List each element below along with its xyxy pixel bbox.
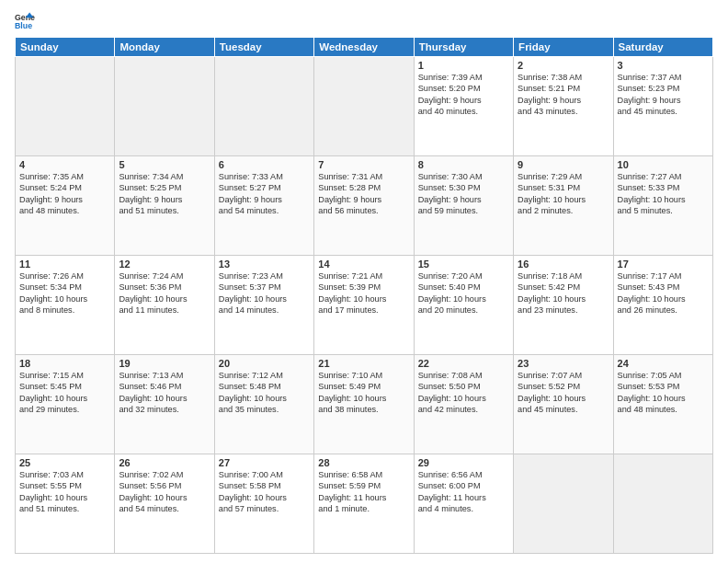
calendar-cell: 1Sunrise: 7:39 AMSunset: 5:20 PMDaylight… [414, 57, 513, 156]
day-info: Sunrise: 7:20 AMSunset: 5:40 PMDaylight:… [418, 270, 509, 316]
calendar-cell: 11Sunrise: 7:26 AMSunset: 5:34 PMDayligh… [16, 256, 115, 355]
day-info: Sunrise: 7:29 AMSunset: 5:31 PMDaylight:… [518, 171, 609, 217]
day-number: 15 [418, 259, 509, 270]
day-number: 23 [518, 358, 609, 369]
day-info: Sunrise: 7:26 AMSunset: 5:34 PMDaylight:… [19, 270, 110, 316]
logo: General Blue [15, 11, 37, 31]
calendar-cell [115, 57, 214, 156]
day-info: Sunrise: 7:10 AMSunset: 5:49 PMDaylight:… [318, 370, 409, 416]
day-number: 8 [418, 159, 509, 170]
day-number: 24 [618, 358, 709, 369]
calendar-cell: 5Sunrise: 7:34 AMSunset: 5:25 PMDaylight… [115, 156, 214, 256]
calendar-cell [16, 57, 115, 156]
svg-text:Blue: Blue [15, 21, 32, 30]
calendar-cell: 4Sunrise: 7:35 AMSunset: 5:24 PMDaylight… [16, 156, 115, 256]
day-info: Sunrise: 7:07 AMSunset: 5:52 PMDaylight:… [518, 370, 609, 416]
day-info: Sunrise: 7:35 AMSunset: 5:24 PMDaylight:… [19, 171, 110, 217]
calendar-cell: 27Sunrise: 7:00 AMSunset: 5:58 PMDayligh… [214, 454, 313, 554]
calendar-cell: 23Sunrise: 7:07 AMSunset: 5:52 PMDayligh… [514, 355, 613, 454]
day-info: Sunrise: 7:27 AMSunset: 5:33 PMDaylight:… [618, 171, 709, 217]
day-info: Sunrise: 7:23 AMSunset: 5:37 PMDaylight:… [219, 270, 310, 316]
weekday-header: Saturday [613, 38, 712, 57]
day-number: 7 [318, 159, 409, 170]
calendar-cell: 3Sunrise: 7:37 AMSunset: 5:23 PMDaylight… [613, 57, 712, 156]
calendar-cell: 2Sunrise: 7:38 AMSunset: 5:21 PMDaylight… [514, 57, 613, 156]
day-number: 14 [318, 259, 409, 270]
day-info: Sunrise: 7:39 AMSunset: 5:20 PMDaylight:… [418, 72, 509, 118]
calendar-cell [613, 454, 712, 554]
day-info: Sunrise: 6:58 AMSunset: 5:59 PMDaylight:… [318, 469, 409, 515]
weekday-header: Thursday [414, 38, 513, 57]
calendar-week-row: 11Sunrise: 7:26 AMSunset: 5:34 PMDayligh… [16, 256, 713, 355]
weekday-header: Tuesday [214, 38, 313, 57]
day-number: 9 [518, 159, 609, 170]
day-number: 12 [119, 259, 210, 270]
day-info: Sunrise: 7:37 AMSunset: 5:23 PMDaylight:… [618, 72, 709, 118]
day-info: Sunrise: 7:24 AMSunset: 5:36 PMDaylight:… [119, 270, 210, 316]
calendar-cell: 6Sunrise: 7:33 AMSunset: 5:27 PMDaylight… [214, 156, 313, 256]
day-number: 17 [618, 259, 709, 270]
day-number: 28 [318, 457, 409, 468]
day-info: Sunrise: 7:33 AMSunset: 5:27 PMDaylight:… [219, 171, 310, 217]
calendar-cell: 25Sunrise: 7:03 AMSunset: 5:55 PMDayligh… [16, 454, 115, 554]
day-info: Sunrise: 7:03 AMSunset: 5:55 PMDaylight:… [19, 469, 110, 515]
weekday-header: Wednesday [314, 38, 414, 57]
day-info: Sunrise: 7:15 AMSunset: 5:45 PMDaylight:… [19, 370, 110, 416]
calendar-cell: 9Sunrise: 7:29 AMSunset: 5:31 PMDaylight… [514, 156, 613, 256]
day-number: 29 [418, 457, 509, 468]
calendar-week-row: 18Sunrise: 7:15 AMSunset: 5:45 PMDayligh… [16, 355, 713, 454]
calendar-cell: 14Sunrise: 7:21 AMSunset: 5:39 PMDayligh… [314, 256, 414, 355]
day-info: Sunrise: 7:38 AMSunset: 5:21 PMDaylight:… [518, 72, 609, 118]
day-info: Sunrise: 7:12 AMSunset: 5:48 PMDaylight:… [219, 370, 310, 416]
page: General Blue SundayMondayTuesdayWednesda… [0, 0, 728, 563]
calendar-cell: 24Sunrise: 7:05 AMSunset: 5:53 PMDayligh… [613, 355, 712, 454]
day-number: 6 [219, 159, 310, 170]
day-number: 20 [219, 358, 310, 369]
day-number: 4 [19, 159, 110, 170]
calendar-cell: 7Sunrise: 7:31 AMSunset: 5:28 PMDaylight… [314, 156, 414, 256]
day-number: 16 [518, 259, 609, 270]
calendar-cell [314, 57, 414, 156]
day-number: 21 [318, 358, 409, 369]
calendar-cell: 18Sunrise: 7:15 AMSunset: 5:45 PMDayligh… [16, 355, 115, 454]
day-number: 13 [219, 259, 310, 270]
calendar-cell: 10Sunrise: 7:27 AMSunset: 5:33 PMDayligh… [613, 156, 712, 256]
day-info: Sunrise: 6:56 AMSunset: 6:00 PMDaylight:… [418, 469, 509, 515]
calendar-cell: 29Sunrise: 6:56 AMSunset: 6:00 PMDayligh… [414, 454, 513, 554]
calendar-cell: 22Sunrise: 7:08 AMSunset: 5:50 PMDayligh… [414, 355, 513, 454]
day-info: Sunrise: 7:08 AMSunset: 5:50 PMDaylight:… [418, 370, 509, 416]
day-number: 18 [19, 358, 110, 369]
day-number: 2 [518, 60, 609, 71]
day-info: Sunrise: 7:18 AMSunset: 5:42 PMDaylight:… [518, 270, 609, 316]
day-info: Sunrise: 7:31 AMSunset: 5:28 PMDaylight:… [318, 171, 409, 217]
calendar-header-row: SundayMondayTuesdayWednesdayThursdayFrid… [16, 38, 713, 57]
day-number: 10 [618, 159, 709, 170]
day-number: 5 [119, 159, 210, 170]
calendar-cell: 16Sunrise: 7:18 AMSunset: 5:42 PMDayligh… [514, 256, 613, 355]
calendar-cell: 19Sunrise: 7:13 AMSunset: 5:46 PMDayligh… [115, 355, 214, 454]
day-number: 1 [418, 60, 509, 71]
day-number: 27 [219, 457, 310, 468]
calendar-cell: 20Sunrise: 7:12 AMSunset: 5:48 PMDayligh… [214, 355, 313, 454]
calendar-week-row: 4Sunrise: 7:35 AMSunset: 5:24 PMDaylight… [16, 156, 713, 256]
calendar-cell: 26Sunrise: 7:02 AMSunset: 5:56 PMDayligh… [115, 454, 214, 554]
calendar-cell: 13Sunrise: 7:23 AMSunset: 5:37 PMDayligh… [214, 256, 313, 355]
calendar-cell: 12Sunrise: 7:24 AMSunset: 5:36 PMDayligh… [115, 256, 214, 355]
calendar-cell: 28Sunrise: 6:58 AMSunset: 5:59 PMDayligh… [314, 454, 414, 554]
calendar-week-row: 1Sunrise: 7:39 AMSunset: 5:20 PMDaylight… [16, 57, 713, 156]
day-number: 22 [418, 358, 509, 369]
calendar-cell: 17Sunrise: 7:17 AMSunset: 5:43 PMDayligh… [613, 256, 712, 355]
calendar-cell: 8Sunrise: 7:30 AMSunset: 5:30 PMDaylight… [414, 156, 513, 256]
logo-icon: General Blue [15, 11, 35, 31]
day-info: Sunrise: 7:17 AMSunset: 5:43 PMDaylight:… [618, 270, 709, 316]
day-info: Sunrise: 7:30 AMSunset: 5:30 PMDaylight:… [418, 171, 509, 217]
day-number: 26 [119, 457, 210, 468]
calendar-week-row: 25Sunrise: 7:03 AMSunset: 5:55 PMDayligh… [16, 454, 713, 554]
weekday-header: Monday [115, 38, 214, 57]
day-info: Sunrise: 7:13 AMSunset: 5:46 PMDaylight:… [119, 370, 210, 416]
day-info: Sunrise: 7:02 AMSunset: 5:56 PMDaylight:… [119, 469, 210, 515]
calendar-cell: 21Sunrise: 7:10 AMSunset: 5:49 PMDayligh… [314, 355, 414, 454]
day-info: Sunrise: 7:34 AMSunset: 5:25 PMDaylight:… [119, 171, 210, 217]
day-info: Sunrise: 7:21 AMSunset: 5:39 PMDaylight:… [318, 270, 409, 316]
weekday-header: Sunday [16, 38, 115, 57]
